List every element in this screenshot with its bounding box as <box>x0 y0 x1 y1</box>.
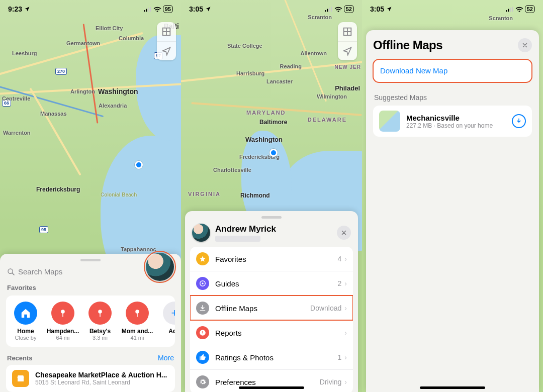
city-label-richmond: Richmond <box>240 192 270 199</box>
menu-label: Favorites <box>215 255 246 263</box>
suggested-map-name: Mechanicsville <box>406 114 506 122</box>
city-label: Columbia <box>119 35 144 41</box>
map-tools <box>157 22 176 60</box>
chevron-right-icon: › <box>344 304 347 312</box>
svg-line-5 <box>12 273 14 275</box>
svg-point-6 <box>61 310 65 314</box>
state-label: MARYLAND <box>246 110 286 116</box>
svg-point-8 <box>98 310 102 314</box>
city-label: Manassas <box>40 111 67 117</box>
sheet-grabber[interactable] <box>261 216 282 219</box>
close-icon <box>341 230 347 236</box>
star-icon <box>196 252 209 265</box>
chevron-right-icon: › <box>344 255 347 263</box>
map-layers-button[interactable] <box>157 22 176 41</box>
favorite-add[interactable]: + Add <box>158 302 175 341</box>
current-location-dot <box>269 149 278 157</box>
download-button[interactable] <box>512 114 526 128</box>
location-arrow-icon <box>161 46 171 56</box>
city-label: Arlington <box>70 88 95 94</box>
menu-guides[interactable]: Guides 2› <box>190 271 353 296</box>
state-label: DELAWARE <box>308 117 347 123</box>
sheet-grabber[interactable] <box>80 259 101 261</box>
menu-reports[interactable]: Reports › <box>190 320 353 345</box>
favorite-item[interactable]: Betsy's 3.3 mi <box>83 302 117 341</box>
city-label: NEW JER <box>334 64 361 70</box>
recent-subtitle: 5015 St Leonard Rd, Saint Leonard <box>35 379 169 386</box>
city-label: Lancaster <box>266 78 293 84</box>
download-new-map-button[interactable]: Download New Map <box>373 59 532 82</box>
city-label: Elliott City <box>96 25 123 31</box>
avatar-icon <box>192 224 210 242</box>
city-label: Charlottesville <box>213 167 251 173</box>
home-indicator[interactable] <box>420 386 485 389</box>
account-sheet[interactable]: Andrew Myrick Favorites 4› Guides 2› Off… <box>185 211 358 392</box>
city-label: Leesburg <box>12 50 37 56</box>
search-placeholder: Search Maps <box>18 267 62 276</box>
svg-rect-11 <box>137 313 138 317</box>
gear-icon <box>196 375 209 388</box>
recents-more-link[interactable]: More <box>158 354 174 362</box>
city-label: Reading <box>280 63 302 69</box>
offline-maps-sheet[interactable]: Offline Maps Download New Map Suggested … <box>366 30 539 392</box>
location-arrow-icon <box>342 46 352 56</box>
city-label: Allentown <box>300 50 327 56</box>
city-label: Colonial Beach <box>101 192 137 198</box>
city-label: Tappahannoc <box>121 246 156 252</box>
map-layers-button[interactable] <box>338 22 357 41</box>
suggested-heading: Suggested Maps <box>374 93 531 102</box>
suggested-map-item[interactable]: Mechanicsville 227.2 MB · Based on your … <box>373 106 532 137</box>
svg-point-17 <box>202 282 204 284</box>
svg-rect-7 <box>62 313 63 317</box>
favorites-heading: Favorites <box>7 284 174 291</box>
city-label-washington: Washington <box>98 87 138 95</box>
chevron-right-icon: › <box>344 353 347 361</box>
city-label: Centreville <box>2 95 30 102</box>
screenshot-2-account-sheet: 3:05 52 Scranton State College Allentown… <box>181 0 362 392</box>
city-label: Alexandria <box>99 103 127 109</box>
search-sheet[interactable]: Search Maps Favorites Home Close by Hamp… <box>0 254 181 392</box>
suggested-map-sub: 227.2 MB · Based on your home <box>406 122 506 129</box>
city-label: Scranton <box>308 14 332 20</box>
recent-title: Chesapeake MarketPlace & Auction H... <box>35 371 169 379</box>
avatar-icon <box>146 253 174 281</box>
map-locate-button[interactable] <box>338 41 357 60</box>
road-shield: 95 <box>39 226 48 233</box>
close-button[interactable] <box>518 38 532 52</box>
layers-icon <box>161 26 172 37</box>
favorite-item[interactable]: Mom and... 41 mi <box>121 302 154 341</box>
home-indicator[interactable] <box>239 386 304 389</box>
favorite-home[interactable]: Home Close by <box>9 302 42 341</box>
thumbs-up-icon <box>196 351 209 364</box>
close-button[interactable] <box>337 226 351 240</box>
menu-label: Preferences <box>215 378 256 386</box>
pin-icon <box>51 302 74 325</box>
city-label-washington: Washington <box>245 136 283 143</box>
city-label-fredericksburg: Fredericksburg <box>36 186 80 193</box>
city-label-baltimore: Baltimore <box>259 119 287 126</box>
menu-ratings[interactable]: Ratings & Photos 1› <box>190 345 353 369</box>
city-label: State College <box>227 43 262 49</box>
search-icon <box>7 268 15 276</box>
close-icon <box>522 42 528 48</box>
svg-rect-9 <box>100 313 101 317</box>
reports-icon <box>196 326 209 339</box>
screenshot-1-maps-home: 9:23 95 270 97 66 95 Elliott City Columb… <box>0 0 181 392</box>
menu-favorites[interactable]: Favorites 4› <box>190 247 353 271</box>
menu-offline-maps[interactable]: Offline Maps Download› <box>190 296 353 320</box>
city-label: Wilmington <box>317 93 347 100</box>
city-label: Warrenton <box>3 130 31 136</box>
menu-label: Reports <box>215 329 242 337</box>
city-label: Harrisburg <box>236 70 264 76</box>
chevron-right-icon: › <box>344 279 347 287</box>
account-avatar-button[interactable] <box>144 251 176 283</box>
account-name: Andrew Myrick <box>215 224 276 234</box>
recent-item[interactable]: Chesapeake MarketPlace & Auction H... 50… <box>6 365 175 392</box>
favorite-item[interactable]: Hampden... 64 mi <box>46 302 79 341</box>
svg-point-10 <box>135 310 139 314</box>
city-label: Germantown <box>66 40 100 46</box>
account-menu: Favorites 4› Guides 2› Offline Maps Down… <box>190 247 353 392</box>
map-locate-button[interactable] <box>157 41 176 60</box>
screenshot-3-offline-maps: 3:05 52 Scranton Offline Maps Download N… <box>362 0 543 392</box>
menu-label: Ratings & Photos <box>215 353 274 362</box>
